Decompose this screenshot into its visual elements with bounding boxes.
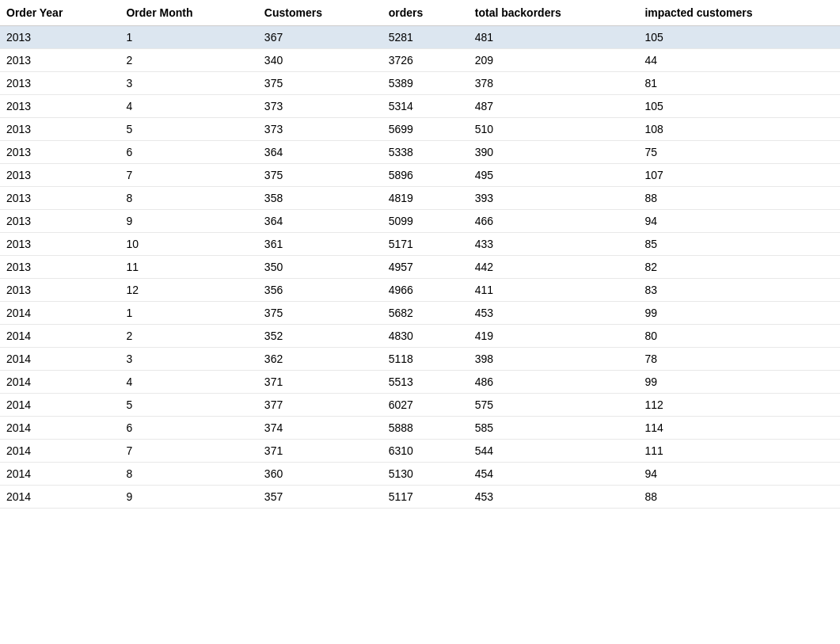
table-row[interactable]: 201310361517143385 <box>0 233 840 256</box>
table-row[interactable]: 201463745888585114 <box>0 417 840 440</box>
cell-order_year: 2013 <box>0 279 116 302</box>
cell-order_year: 2013 <box>0 118 116 141</box>
cell-order_month: 12 <box>116 279 254 302</box>
cell-total_backorders: 575 <box>466 394 636 417</box>
table-row[interactable]: 20133375538937881 <box>0 72 840 95</box>
cell-order_month: 8 <box>116 187 254 210</box>
cell-order_month: 6 <box>116 417 254 440</box>
cell-customers: 367 <box>255 26 379 49</box>
cell-impacted_customers: 83 <box>635 279 840 302</box>
table-row[interactable]: 20143362511839878 <box>0 348 840 371</box>
cell-customers: 371 <box>255 371 379 394</box>
cell-total_backorders: 433 <box>466 233 636 256</box>
cell-customers: 375 <box>255 164 379 187</box>
cell-order_year: 2013 <box>0 95 116 118</box>
table-row[interactable]: 201311350495744282 <box>0 256 840 279</box>
cell-customers: 374 <box>255 417 379 440</box>
table-row[interactable]: 20138358481939388 <box>0 187 840 210</box>
cell-orders: 4957 <box>379 256 466 279</box>
cell-order_month: 7 <box>116 440 254 463</box>
column-header-order_month: Order Month <box>116 0 254 26</box>
cell-order_year: 2014 <box>0 440 116 463</box>
table-row[interactable]: 20139364509946694 <box>0 210 840 233</box>
table-row[interactable]: 201453776027575112 <box>0 394 840 417</box>
cell-customers: 375 <box>255 302 379 325</box>
cell-orders: 4819 <box>379 187 466 210</box>
table-row[interactable]: 201373755896495107 <box>0 164 840 187</box>
table-row[interactable]: 20144371551348699 <box>0 371 840 394</box>
cell-order_month: 8 <box>116 463 254 486</box>
cell-order_month: 1 <box>116 26 254 49</box>
cell-customers: 360 <box>255 463 379 486</box>
table-row[interactable]: 20136364533839075 <box>0 141 840 164</box>
cell-total_backorders: 454 <box>466 463 636 486</box>
cell-order_month: 3 <box>116 348 254 371</box>
cell-total_backorders: 393 <box>466 187 636 210</box>
cell-orders: 5888 <box>379 417 466 440</box>
cell-impacted_customers: 75 <box>635 141 840 164</box>
table-row[interactable]: 20141375568245399 <box>0 302 840 325</box>
cell-impacted_customers: 82 <box>635 256 840 279</box>
cell-impacted_customers: 81 <box>635 72 840 95</box>
cell-order_year: 2013 <box>0 141 116 164</box>
cell-order_year: 2013 <box>0 72 116 95</box>
cell-total_backorders: 453 <box>466 486 636 509</box>
cell-orders: 5896 <box>379 164 466 187</box>
table-row[interactable]: 201312356496641183 <box>0 279 840 302</box>
cell-total_backorders: 419 <box>466 325 636 348</box>
cell-customers: 373 <box>255 95 379 118</box>
cell-total_backorders: 390 <box>466 141 636 164</box>
column-header-orders: orders <box>379 0 466 26</box>
cell-orders: 5099 <box>379 210 466 233</box>
cell-customers: 377 <box>255 394 379 417</box>
cell-customers: 357 <box>255 486 379 509</box>
cell-impacted_customers: 88 <box>635 187 840 210</box>
table-container: Order YearOrder MonthCustomersorderstota… <box>0 0 840 644</box>
cell-order_month: 4 <box>116 371 254 394</box>
table-row[interactable]: 20148360513045494 <box>0 463 840 486</box>
column-header-order_year: Order Year <box>0 0 116 26</box>
cell-total_backorders: 544 <box>466 440 636 463</box>
cell-customers: 375 <box>255 72 379 95</box>
table-row[interactable]: 20132340372620944 <box>0 49 840 72</box>
column-header-impacted_customers: impacted customers <box>635 0 840 26</box>
cell-orders: 5699 <box>379 118 466 141</box>
table-header: Order YearOrder MonthCustomersorderstota… <box>0 0 840 26</box>
cell-customers: 350 <box>255 256 379 279</box>
cell-impacted_customers: 105 <box>635 95 840 118</box>
cell-impacted_customers: 80 <box>635 325 840 348</box>
table-body: 2013136752814811052013234037262094420133… <box>0 26 840 509</box>
table-row[interactable]: 201353735699510108 <box>0 118 840 141</box>
cell-total_backorders: 585 <box>466 417 636 440</box>
cell-orders: 5281 <box>379 26 466 49</box>
cell-orders: 5338 <box>379 141 466 164</box>
table-row[interactable]: 20149357511745388 <box>0 486 840 509</box>
cell-total_backorders: 442 <box>466 256 636 279</box>
cell-total_backorders: 411 <box>466 279 636 302</box>
cell-impacted_customers: 112 <box>635 394 840 417</box>
cell-order_year: 2013 <box>0 26 116 49</box>
cell-order_year: 2013 <box>0 49 116 72</box>
cell-customers: 361 <box>255 233 379 256</box>
table-row[interactable]: 201313675281481105 <box>0 26 840 49</box>
cell-total_backorders: 209 <box>466 49 636 72</box>
cell-orders: 5314 <box>379 95 466 118</box>
cell-orders: 5117 <box>379 486 466 509</box>
cell-order_month: 6 <box>116 141 254 164</box>
column-header-total_backorders: total backorders <box>466 0 636 26</box>
cell-order_month: 5 <box>116 394 254 417</box>
cell-order_month: 4 <box>116 95 254 118</box>
cell-customers: 371 <box>255 440 379 463</box>
cell-order_month: 9 <box>116 210 254 233</box>
cell-orders: 5682 <box>379 302 466 325</box>
table-row[interactable]: 201473716310544111 <box>0 440 840 463</box>
table-row[interactable]: 201343735314487105 <box>0 95 840 118</box>
cell-impacted_customers: 99 <box>635 371 840 394</box>
cell-order_month: 3 <box>116 72 254 95</box>
cell-impacted_customers: 85 <box>635 233 840 256</box>
cell-customers: 362 <box>255 348 379 371</box>
cell-orders: 4830 <box>379 325 466 348</box>
table-row[interactable]: 20142352483041980 <box>0 325 840 348</box>
cell-total_backorders: 378 <box>466 72 636 95</box>
cell-customers: 352 <box>255 325 379 348</box>
